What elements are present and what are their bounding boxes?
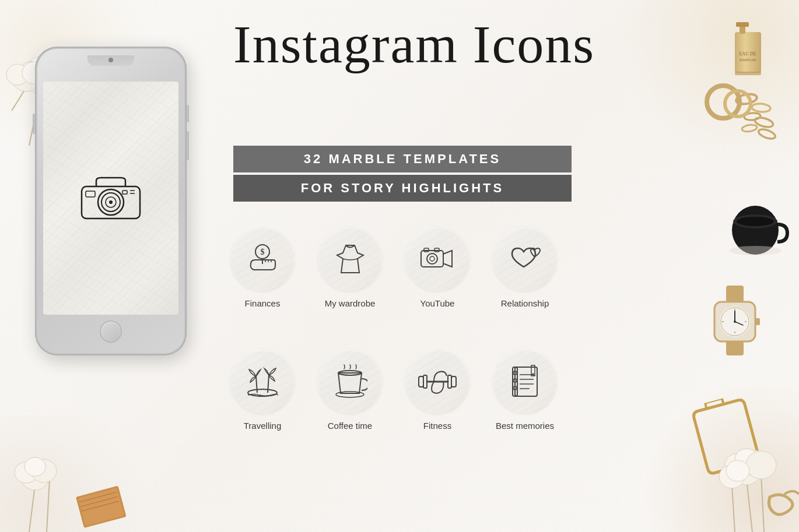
icon-label-relationship: Relationship: [501, 298, 549, 308]
svg-line-84: [256, 376, 257, 393]
icons-grid: $ Finances: [222, 221, 566, 460]
wardrobe-icon: [334, 242, 366, 276]
svg-rect-69: [86, 191, 95, 197]
icon-circle-coffee: [318, 350, 382, 414]
main-content: Instagram Icons 32 MARBLE TEMPLATES FOR …: [216, 0, 799, 532]
camera-svg-icon: [79, 175, 143, 221]
phone-notch: [87, 55, 134, 66]
svg-line-54: [47, 480, 50, 532]
phone-side-btn-1: [187, 105, 189, 122]
icon-circle-travelling: [230, 350, 295, 414]
youtube-icon: [419, 244, 455, 276]
icon-circle-relationship: [493, 227, 557, 291]
travelling-icon: [244, 365, 281, 399]
icon-item-coffee: Coffee time: [309, 344, 391, 460]
relationship-icon: [506, 244, 544, 276]
banner-line2: FOR STORY HIGHLIGHTS: [233, 175, 572, 202]
icon-label-wardrobe: My wardrobe: [325, 298, 376, 308]
icon-circle-fitness: [405, 350, 469, 414]
svg-rect-91: [451, 376, 456, 387]
svg-point-58: [24, 457, 45, 476]
phone-screen: [43, 82, 178, 315]
icon-circle-youtube: [405, 227, 469, 291]
finances-icon: $: [245, 244, 280, 276]
svg-rect-89: [419, 376, 423, 387]
svg-point-79: [427, 253, 437, 264]
memories-icon: [509, 364, 541, 399]
svg-rect-92: [448, 375, 451, 388]
icon-circle-wardrobe: [318, 227, 382, 291]
svg-line-53: [29, 485, 35, 532]
icon-item-relationship: Relationship: [484, 221, 566, 338]
icon-item-travelling: Travelling: [222, 344, 303, 460]
svg-rect-70: [122, 191, 127, 194]
banner-container: 32 MARBLE TEMPLATES FOR STORY HIGHLIGHTS: [233, 146, 572, 202]
icon-circle-memories: [493, 350, 557, 414]
icon-label-youtube: YouTube: [420, 298, 455, 308]
icon-label-memories: Best memories: [496, 421, 554, 431]
banner-line1: 32 MARBLE TEMPLATES: [233, 146, 572, 172]
icon-label-finances: Finances: [245, 298, 281, 308]
fitness-icon: [418, 367, 457, 396]
svg-rect-93: [515, 367, 537, 396]
svg-rect-90: [423, 375, 427, 388]
icon-item-finances: $ Finances: [222, 221, 303, 338]
phone-side-btn-3: [33, 114, 35, 134]
icon-item-fitness: Fitness: [397, 344, 478, 460]
svg-text:$: $: [261, 248, 265, 256]
page-title: Instagram Icons: [233, 17, 752, 71]
icon-item-wardrobe: My wardrobe: [309, 221, 391, 338]
icon-label-fitness: Fitness: [423, 421, 451, 431]
svg-point-80: [430, 256, 434, 261]
svg-point-68: [109, 200, 113, 204]
icon-item-youtube: YouTube: [397, 221, 478, 338]
icon-item-memories: Best memories: [484, 344, 566, 460]
phone-mockup: [12, 47, 210, 443]
icon-circle-finances: $: [230, 227, 295, 291]
phone-side-btn-2: [187, 131, 189, 160]
phone-home-button: [100, 320, 122, 343]
svg-point-87: [336, 392, 364, 397]
icon-label-coffee: Coffee time: [328, 421, 372, 431]
icon-label-travelling: Travelling: [244, 421, 281, 431]
svg-rect-60: [78, 488, 124, 526]
coffee-icon: [332, 364, 367, 399]
svg-point-83: [248, 389, 277, 396]
